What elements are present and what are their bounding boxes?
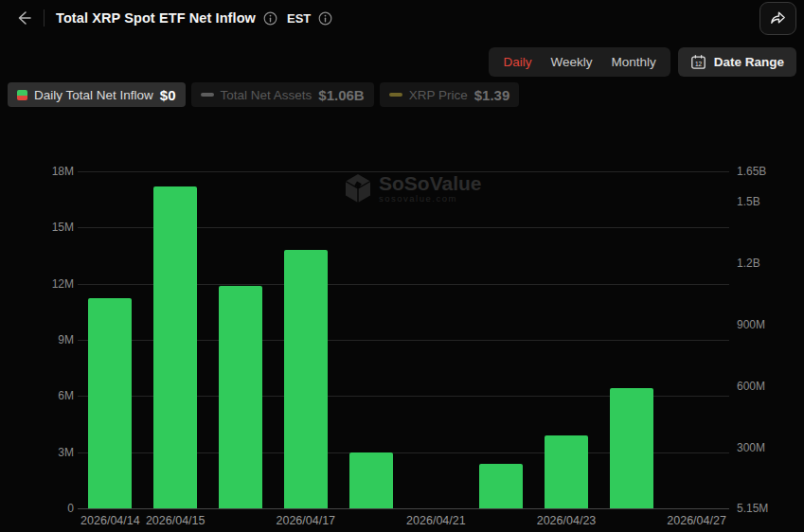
net-inflow-bar[interactable] [610, 388, 653, 508]
left-axis-tick-label: 6M [38, 389, 74, 402]
left-axis-tick-label: 12M [38, 277, 74, 291]
bar-chart: SoSoValue sosovalue.com 18M15M12M9M6M3M0… [0, 0, 804, 532]
net-inflow-bar[interactable] [88, 298, 132, 508]
x-axis-tick-label: 2026/04/14 [80, 514, 140, 527]
watermark-domain: sosovalue.com [379, 193, 482, 204]
watermark: SoSoValue sosovalue.com [344, 173, 482, 204]
x-axis-tick-label: 2026/04/27 [667, 514, 726, 527]
net-inflow-bar[interactable] [219, 286, 262, 508]
left-axis-tick-label: 15M [38, 221, 74, 234]
right-axis-tick-label: 1.65B [737, 165, 794, 178]
x-axis-tick-label: 2026/04/23 [537, 514, 597, 527]
x-axis-tick-label: 2026/04/15 [146, 514, 205, 527]
right-axis-tick-label: 1.2B [737, 257, 794, 270]
net-inflow-bar[interactable] [153, 186, 197, 508]
net-inflow-bar[interactable] [479, 464, 523, 508]
right-axis-tick-label: 300M [737, 441, 794, 454]
right-axis-tick-label: 600M [737, 380, 794, 393]
left-axis-tick-label: 18M [38, 165, 74, 178]
net-inflow-bar[interactable] [349, 452, 393, 508]
x-axis-tick-label: 2026/04/21 [406, 514, 466, 527]
net-inflow-bar[interactable] [545, 435, 588, 508]
left-axis-tick-label: 3M [38, 446, 74, 459]
right-axis-tick-label: 900M [737, 318, 794, 331]
left-axis-tick-label: 9M [38, 333, 74, 346]
net-inflow-bar[interactable] [284, 250, 328, 508]
x-axis-tick-label: 2026/04/17 [277, 514, 336, 527]
x-axis-line [78, 508, 729, 509]
sosovalue-logo-icon [344, 173, 372, 204]
right-axis-tick-label: 5.15M [737, 502, 794, 515]
y-gridline [78, 171, 729, 172]
right-axis-tick-label: 1.5B [737, 195, 794, 208]
watermark-name: SoSoValue [379, 174, 482, 193]
left-axis-tick-label: 0 [38, 502, 74, 515]
